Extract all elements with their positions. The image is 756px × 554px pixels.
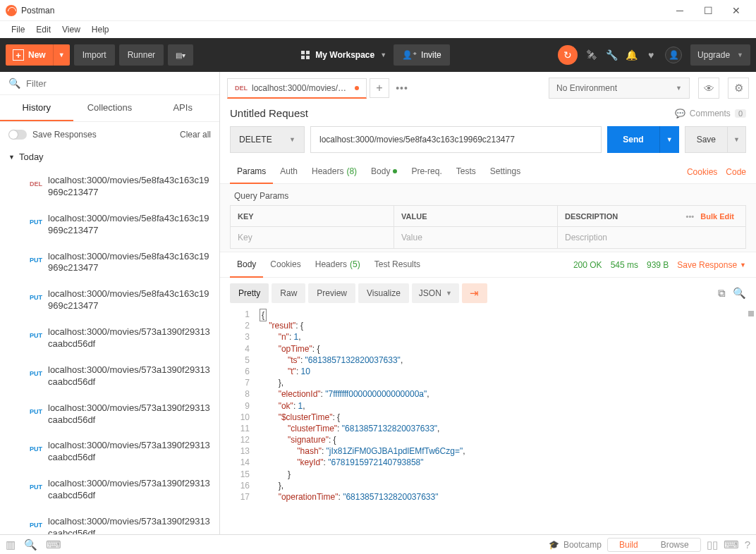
upgrade-button[interactable]: Upgrade ▼: [690, 44, 750, 66]
wrap-toggle[interactable]: ⇥: [462, 283, 487, 303]
cookies-link[interactable]: Cookies: [687, 167, 717, 177]
env-settings-button[interactable]: ⚙: [728, 78, 749, 99]
avatar[interactable]: 👤: [665, 47, 682, 63]
history-item[interactable]: PUT localhost:3000/movies/5e8fa43c163c19…: [0, 244, 219, 282]
method-selector[interactable]: DELETE ▼: [230, 126, 305, 153]
copy-button[interactable]: ⧉: [718, 287, 726, 300]
menu-file[interactable]: File: [6, 25, 30, 35]
keyboard-icon[interactable]: ⌨: [724, 538, 739, 551]
sync-icon[interactable]: ↻: [558, 45, 578, 65]
qp-options-button[interactable]: •••: [686, 212, 695, 221]
qp-value-input[interactable]: Value: [394, 227, 558, 248]
url-input[interactable]: localhost:3000/movies/5e8fa43c163c19969c…: [310, 126, 602, 153]
qp-header-desc: DESCRIPTION ••• Bulk Edit: [558, 206, 745, 227]
history-item[interactable]: PUT localhost:3000/movies/5e8fa43c163c19…: [0, 206, 219, 244]
tab-history[interactable]: History: [0, 95, 73, 121]
sidebar: 🔍 History Collections APIs Save Response…: [0, 72, 220, 534]
menu-view[interactable]: View: [56, 25, 86, 35]
add-tab-button[interactable]: +: [370, 78, 389, 98]
history-item[interactable]: PUT localhost:3000/movies/5e8fa43c163c19…: [0, 281, 219, 319]
tab-options-button[interactable]: •••: [392, 78, 412, 98]
chevron-down-icon: ▼: [740, 261, 746, 269]
view-visualize[interactable]: Visualize: [358, 283, 409, 303]
workspace-selector[interactable]: My Workspace ▼: [301, 50, 386, 60]
tab-prereq[interactable]: Pre-req.: [404, 160, 449, 184]
new-dropdown[interactable]: ▼: [53, 44, 70, 66]
heart-icon[interactable]: ♥: [645, 49, 657, 61]
new-button[interactable]: + New: [6, 44, 53, 66]
history-item[interactable]: PUT localhost:3000/movies/573a1390f29313…: [0, 395, 219, 433]
chevron-down-icon: ▼: [446, 290, 452, 297]
history-item[interactable]: PUT localhost:3000/movies/573a1390f29313…: [0, 509, 219, 534]
tab-collections[interactable]: Collections: [73, 95, 147, 121]
tab-auth[interactable]: Auth: [273, 160, 305, 184]
maximize-button[interactable]: ☐: [694, 0, 722, 21]
resp-tab-headers[interactable]: Headers (5): [308, 252, 367, 278]
response-body[interactable]: 1234567891011121314151617 { "result": { …: [220, 309, 756, 534]
clear-all-button[interactable]: Clear all: [180, 130, 211, 140]
minimize-button[interactable]: ─: [666, 0, 694, 21]
menu-help[interactable]: Help: [86, 25, 115, 35]
send-button[interactable]: Send: [607, 126, 659, 153]
tab-params[interactable]: Params: [230, 160, 273, 184]
mode-browse[interactable]: Browse: [650, 538, 700, 551]
code-link[interactable]: Code: [726, 167, 746, 177]
resp-tab-body[interactable]: Body: [230, 252, 263, 278]
import-button[interactable]: Import: [74, 44, 115, 66]
history-item[interactable]: PUT localhost:3000/movies/573a1390f29313…: [0, 357, 219, 395]
history-list[interactable]: DEL localhost:3000/movies/5e8fa43c163c19…: [0, 168, 219, 534]
request-tab[interactable]: DEL localhost:3000/movies/5e8fa43...: [227, 78, 367, 99]
view-raw[interactable]: Raw: [272, 283, 305, 303]
history-item[interactable]: DEL localhost:3000/movies/5e8fa43c163c19…: [0, 168, 219, 206]
mode-build[interactable]: Build: [608, 538, 650, 551]
save-button[interactable]: Save: [685, 126, 728, 153]
wrench-icon[interactable]: 🔧: [606, 49, 617, 61]
qp-key-input[interactable]: Key: [231, 227, 394, 248]
history-item[interactable]: PUT localhost:3000/movies/573a1390f29313…: [0, 433, 219, 471]
tab-settings[interactable]: Settings: [483, 160, 528, 184]
format-selector[interactable]: JSON ▼: [412, 283, 459, 303]
history-method: PUT: [25, 218, 42, 226]
tab-headers[interactable]: Headers (8): [305, 160, 364, 184]
sidebar-toggle-icon[interactable]: ▥: [6, 538, 16, 551]
bootcamp-button[interactable]: 🎓 Bootcamp: [549, 540, 602, 550]
satellite-icon[interactable]: 🛰: [586, 49, 597, 61]
tab-apis[interactable]: APIs: [146, 95, 219, 121]
send-dropdown[interactable]: ▼: [659, 126, 679, 153]
history-url: localhost:3000/movies/573a1390f29313caab…: [48, 400, 211, 429]
bulk-edit-button[interactable]: Bulk Edit: [700, 212, 738, 221]
comments-button[interactable]: 💬 Comments 0: [675, 109, 746, 118]
history-method: PUT: [25, 294, 42, 301]
resp-tab-cookies[interactable]: Cookies: [263, 252, 307, 278]
history-method: PUT: [25, 522, 42, 529]
bell-icon[interactable]: 🔔: [626, 49, 637, 61]
save-response-button[interactable]: Save Response ▼: [677, 260, 746, 270]
history-group-today[interactable]: ▼ Today: [0, 147, 219, 168]
search-button[interactable]: 🔍: [733, 287, 746, 300]
find-icon[interactable]: 🔍: [24, 538, 37, 551]
history-url: localhost:3000/movies/573a1390f29313caab…: [48, 437, 211, 467]
console-icon[interactable]: ⌨: [46, 538, 61, 551]
panes-icon[interactable]: ▯▯: [707, 538, 718, 551]
history-item[interactable]: PUT localhost:3000/movies/573a1390f29313…: [0, 319, 219, 357]
environment-selector[interactable]: No Environment ▼: [549, 78, 690, 99]
tab-tests[interactable]: Tests: [449, 160, 483, 184]
menu-edit[interactable]: Edit: [30, 25, 56, 35]
save-responses-toggle[interactable]: [8, 130, 27, 140]
help-icon[interactable]: ?: [745, 538, 750, 550]
qp-desc-input[interactable]: Description: [558, 227, 745, 248]
save-dropdown[interactable]: ▼: [728, 126, 746, 153]
request-name[interactable]: Untitled Request: [230, 107, 308, 119]
filter-input[interactable]: [26, 78, 211, 89]
open-new-button[interactable]: ▤▾: [168, 44, 193, 66]
close-button[interactable]: ✕: [722, 0, 750, 21]
tab-body[interactable]: Body: [364, 160, 404, 184]
invite-button[interactable]: 👤⁺ Invite: [394, 44, 450, 66]
history-item[interactable]: PUT localhost:3000/movies/573a1390f29313…: [0, 471, 219, 509]
runner-button[interactable]: Runner: [119, 44, 164, 66]
view-preview[interactable]: Preview: [308, 283, 355, 303]
env-quicklook-button[interactable]: 👁: [698, 78, 719, 99]
chevron-down-icon: ▼: [737, 51, 743, 59]
view-pretty[interactable]: Pretty: [230, 283, 269, 303]
resp-tab-tests[interactable]: Test Results: [367, 252, 427, 278]
